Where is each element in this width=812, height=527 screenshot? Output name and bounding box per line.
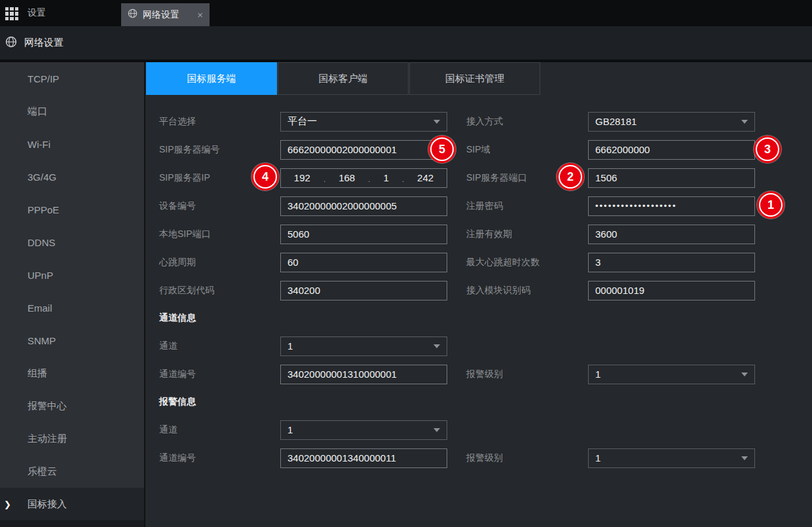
form-row: 本地SIP端口 注册有效期 bbox=[145, 220, 812, 248]
alarm-channel-dropdown[interactable]: 1 bbox=[280, 420, 447, 440]
sip-domain-label: SIP域 bbox=[466, 144, 588, 156]
alarm-channel-id-label: 通道编号 bbox=[159, 452, 280, 464]
register-password-input[interactable] bbox=[588, 196, 755, 216]
chevron-down-icon bbox=[434, 428, 440, 432]
tab-gb-server[interactable]: 国标服务端 bbox=[146, 62, 277, 95]
sidebar-item-ddns[interactable]: DDNS bbox=[0, 226, 144, 259]
dropdown-value: 1 bbox=[287, 424, 293, 435]
channel-info-section-title: 通道信息 bbox=[159, 312, 196, 324]
chevron-down-icon bbox=[741, 456, 748, 460]
access-module-id-label: 接入模块识别码 bbox=[466, 285, 588, 297]
ip-separator: . bbox=[402, 174, 405, 184]
sidebar-item-pppoe[interactable]: PPPoE bbox=[0, 193, 144, 226]
tab-network-settings[interactable]: 网络设置 × bbox=[121, 3, 210, 26]
tab-label: 国标服务端 bbox=[187, 73, 236, 85]
form-row: 心跳周期 最大心跳超时次数 bbox=[145, 248, 812, 276]
max-heartbeat-timeout-input[interactable] bbox=[588, 253, 755, 272]
dropdown-value: 1 bbox=[595, 452, 600, 463]
sidebar-item-snmp[interactable]: SNMP bbox=[0, 324, 144, 357]
tab-network-settings-label: 网络设置 bbox=[143, 9, 179, 21]
ip-octet[interactable]: 242 bbox=[417, 172, 434, 183]
access-module-id-input[interactable] bbox=[588, 281, 755, 300]
local-sip-port-input[interactable] bbox=[280, 225, 447, 244]
sidebar-item-label: 组播 bbox=[28, 367, 47, 380]
tab-label: 国标证书管理 bbox=[445, 73, 504, 85]
tab-settings[interactable]: 设置 bbox=[28, 0, 46, 26]
app-launcher-grid-icon[interactable] bbox=[5, 7, 18, 20]
sip-server-id-input[interactable] bbox=[280, 140, 447, 160]
ip-separator: . bbox=[323, 174, 326, 184]
ip-separator: . bbox=[368, 174, 371, 184]
alarm-channel-id-input[interactable] bbox=[280, 448, 447, 468]
sidebar-item-label: SNMP bbox=[28, 335, 56, 346]
sidebar-item-gb-access[interactable]: ❯ 国标接入 bbox=[0, 488, 144, 520]
sidebar-item-wifi[interactable]: Wi-Fi bbox=[0, 128, 144, 160]
sidebar-item-tcpip[interactable]: TCP/IP bbox=[0, 62, 144, 95]
heartbeat-period-input[interactable] bbox=[280, 253, 447, 272]
device-id-input[interactable] bbox=[280, 196, 447, 216]
max-heartbeat-timeout-label: 最大心跳超时次数 bbox=[466, 257, 588, 268]
sidebar-item-upnp[interactable]: UPnP bbox=[0, 259, 144, 291]
ip-octet[interactable]: 192 bbox=[294, 172, 310, 183]
form-row: 设备编号 注册密码 bbox=[145, 192, 812, 220]
chevron-right-icon: ❯ bbox=[4, 500, 11, 509]
admin-region-code-input[interactable] bbox=[280, 281, 447, 300]
alarm-info-section-title: 报警信息 bbox=[159, 396, 196, 408]
chevron-down-icon bbox=[741, 373, 748, 376]
sidebar-item-label: 报警中心 bbox=[28, 400, 67, 412]
register-validity-input[interactable] bbox=[588, 225, 755, 244]
sidebar-item-label: DDNS bbox=[28, 237, 56, 248]
alarm-level-dropdown[interactable]: 1 bbox=[588, 448, 755, 468]
section-row: 报警信息 bbox=[145, 388, 812, 416]
register-validity-label: 注册有效期 bbox=[466, 228, 588, 240]
sidebar-item-port[interactable]: 端口 bbox=[0, 95, 144, 128]
form-row: SIP服务器编号 SIP域 bbox=[145, 136, 812, 164]
annotation-badge-3: 3 bbox=[756, 137, 779, 161]
sip-server-ip-input[interactable]: 192 . 168 . 1 . 242 bbox=[280, 168, 447, 188]
sidebar-item-label: UPnP bbox=[28, 270, 53, 281]
sidebar-item-label: 乐橙云 bbox=[28, 465, 57, 478]
page-title: 网络设置 bbox=[24, 37, 64, 49]
annotation-badge-5: 5 bbox=[430, 137, 454, 161]
alarm-level-dropdown[interactable]: 1 bbox=[588, 365, 755, 384]
chevron-down-icon bbox=[741, 120, 748, 124]
tab-gb-client[interactable]: 国标客户端 bbox=[278, 62, 409, 95]
admin-region-code-label: 行政区划代码 bbox=[159, 285, 280, 297]
main-content: 国标服务端 国标客户端 国标证书管理 平台选择 平台一 接入方式 GB28181… bbox=[145, 62, 812, 527]
sidebar-item-label: Wi-Fi bbox=[28, 139, 50, 150]
annotation-badge-2: 2 bbox=[559, 165, 582, 189]
page-header: 网络设置 bbox=[0, 26, 812, 61]
sidebar-bottom-strip bbox=[0, 520, 144, 527]
sidebar-item-label: 端口 bbox=[28, 105, 47, 118]
access-mode-dropdown[interactable]: GB28181 bbox=[588, 112, 755, 132]
form-row: 通道 1 bbox=[145, 416, 812, 444]
ip-octet[interactable]: 1 bbox=[383, 172, 388, 183]
register-password-label: 注册密码 bbox=[466, 200, 588, 212]
close-icon[interactable]: × bbox=[197, 10, 203, 20]
channel-id-input[interactable] bbox=[280, 365, 447, 384]
channel-dropdown[interactable]: 1 bbox=[280, 336, 447, 356]
chevron-down-icon bbox=[434, 344, 440, 348]
ip-octet[interactable]: 168 bbox=[339, 172, 355, 183]
sidebar-item-label: 主动注册 bbox=[28, 433, 67, 445]
tab-settings-label: 设置 bbox=[28, 7, 46, 19]
tab-gb-cert-manage[interactable]: 国标证书管理 bbox=[409, 62, 540, 95]
sidebar-item-multicast[interactable]: 组播 bbox=[0, 357, 144, 390]
sidebar-item-auto-register[interactable]: 主动注册 bbox=[0, 422, 144, 455]
alarm-level-label: 报警级别 bbox=[466, 452, 588, 464]
sidebar-item-alarm-center[interactable]: 报警中心 bbox=[0, 390, 144, 422]
form-row: 通道编号 报警级别 1 bbox=[145, 444, 812, 472]
channel-label: 通道 bbox=[159, 340, 280, 352]
globe-icon bbox=[128, 9, 138, 21]
local-sip-port-label: 本地SIP端口 bbox=[159, 228, 280, 240]
platform-select-dropdown[interactable]: 平台一 bbox=[280, 112, 447, 132]
sidebar-item-email[interactable]: Email bbox=[0, 291, 144, 324]
channel-id-label: 通道编号 bbox=[159, 369, 280, 380]
sidebar-item-3g4g[interactable]: 3G/4G bbox=[0, 160, 144, 193]
sip-server-port-input[interactable] bbox=[588, 168, 755, 188]
section-row: 通道信息 bbox=[145, 304, 812, 332]
globe-icon bbox=[5, 36, 17, 50]
sidebar-item-lechange-cloud[interactable]: 乐橙云 bbox=[0, 455, 144, 488]
sip-domain-input[interactable] bbox=[588, 140, 755, 160]
dropdown-value: 1 bbox=[287, 340, 293, 352]
